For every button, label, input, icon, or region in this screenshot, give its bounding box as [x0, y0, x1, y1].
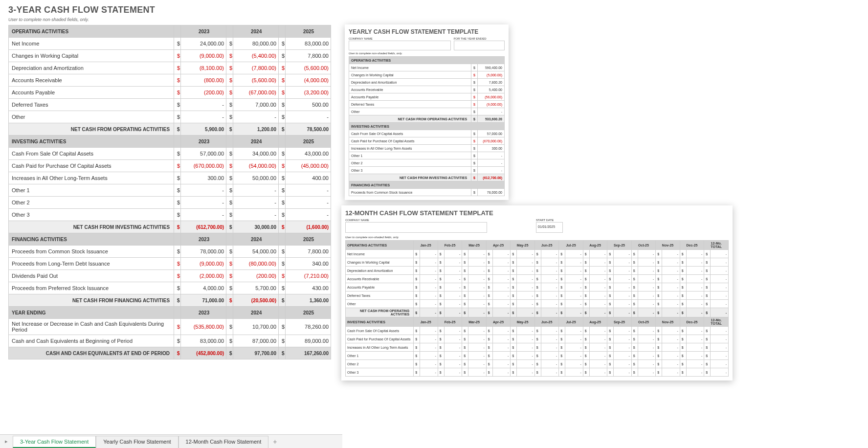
monthly-startdate-label: START DATE [536, 219, 563, 222]
table-row: Other$- [349, 108, 505, 115]
table-row: Other$-$-$-$-$-$-$-$-$-$-$-$-$- [346, 300, 729, 308]
monthly-company-label: COMPANY NAME [345, 219, 487, 222]
table-row: Changes in Working Capital$(5,000.00) [349, 71, 505, 79]
table-row: YEAR ENDING202320242025 [9, 307, 331, 319]
table-row: CASH AND CASH EQUIVALENTS AT END OF PERI… [9, 347, 331, 359]
table-row: Other 2$-$-$- [9, 197, 331, 209]
table-row: Accounts Payable$(56,000.00) [349, 93, 505, 101]
table-row: NET CASH FROM OPERATING ACTIVITIES$-$-$-… [346, 308, 729, 317]
table-row: NET CASH FROM OPERATING ACTIVITIES$533,6… [349, 115, 505, 123]
table-row: Accounts Receivable$5,400.00 [349, 86, 505, 93]
table-row: Cash From Sale Of Capital Assets$57,000.… [9, 148, 331, 160]
year-ended-input[interactable] [454, 41, 505, 50]
table-row: INVESTING ACTIVITIESJan-25Feb-25Mar-25Ap… [346, 317, 729, 327]
table-row: Other 1$- [349, 152, 505, 159]
monthly-startdate-input[interactable]: 01/01/2025 [536, 222, 563, 233]
table-row: Other 3$- [349, 167, 505, 174]
table-row: Increases in All Other Long-Term Assets$… [9, 172, 331, 184]
monthly-table: OPERATING ACTIVITIESJan-25Feb-25Mar-25Ap… [345, 240, 729, 377]
table-row: FINANCING ACTIVITIES202320242025 [9, 233, 331, 246]
table-row: Deferred Taxes$-$7,000.00$500.00 [9, 99, 331, 111]
monthly-instruction: User to complete non-shaded fields, only… [345, 236, 729, 239]
table-row: Depreciation and Amortization$(8,100.00)… [9, 62, 331, 74]
company-input[interactable] [349, 41, 451, 50]
cashflow-3year-table: OPERATING ACTIVITIES202320242025Net Inco… [8, 25, 331, 359]
table-row: Cash and Cash Equivalents at Beginning o… [9, 335, 331, 347]
table-row: Cash From Sale Of Capital Assets$-$-$-$-… [346, 327, 729, 335]
table-row: Increases in All Other Long-Term Assets$… [349, 145, 505, 152]
table-row: Deferred Taxes$-$-$-$-$-$-$-$-$-$-$-$-$- [346, 291, 729, 300]
table-row: Net Income$-$-$-$-$-$-$-$-$-$-$-$-$- [346, 250, 729, 258]
yearly-preview-card: YEARLY CASH FLOW STATEMENT TEMPLATE COMP… [345, 24, 509, 200]
tab-yearly-cash-flow-statement[interactable]: Yearly Cash Flow Statement [96, 436, 178, 448]
table-row: INVESTING ACTIVITIES202320242025 [9, 135, 331, 148]
year-ended-label: FOR THE YEAR ENDED [454, 37, 505, 40]
table-row: Cash Paid for Purchase Of Capital Assets… [9, 160, 331, 172]
table-row: NET CASH FROM INVESTING ACTIVITIES$(612,… [9, 221, 331, 233]
main-3year-panel: 3-YEAR CASH FLOW STATEMENT User to compl… [8, 5, 331, 359]
table-row: Depreciation and Amortization$-$-$-$-$-$… [346, 267, 729, 275]
company-label: COMPANY NAME [349, 37, 451, 40]
table-row: NET CASH FROM FINANCING ACTIVITIES$71,00… [9, 294, 331, 307]
monthly-company-input[interactable] [345, 222, 487, 233]
table-row: Other$-$-$- [9, 111, 331, 123]
table-row: Other 2$-$-$-$-$-$-$-$-$-$-$-$-$- [346, 360, 729, 368]
table-row: Accounts Receivable$-$-$-$-$-$-$-$-$-$-$… [346, 275, 729, 283]
tab-12-month-cash-flow-statement[interactable]: 12-Month Cash Flow Statement [178, 436, 269, 448]
table-row: Depreciation and Amortization$7,800.20 [349, 79, 505, 86]
table-row: NET CASH FROM INVESTING ACTIVITIES$(612,… [349, 174, 505, 181]
table-row: Deferred Taxes$(9,000.00) [349, 101, 505, 108]
monthly-title: 12-MONTH CASH FLOW STATEMENT TEMPLATE [345, 209, 729, 217]
yearly-table: OPERATING ACTIVITIESNet Income$590,400.0… [349, 56, 505, 196]
monthly-preview-card: 12-MONTH CASH FLOW STATEMENT TEMPLATE CO… [341, 205, 733, 381]
table-row: Net Income$24,000.00$80,000.00$83,000.00 [9, 38, 331, 50]
table-row: Cash From Sale Of Capital Assets$57,000.… [349, 130, 505, 137]
table-row: Net Increase or Decrease in Cash and Cas… [9, 319, 331, 335]
table-row: OPERATING ACTIVITIES [349, 57, 505, 64]
table-row: Dividends Paid Out$(2,000.00)$(200.00)$(… [9, 270, 331, 282]
table-row: NET CASH FROM OPERATING ACTIVITIES$5,900… [9, 123, 331, 135]
page-title: 3-YEAR CASH FLOW STATEMENT [8, 5, 331, 15]
table-row: Proceeds from Common Stock Issuance$78,0… [9, 246, 331, 258]
table-row: Cash Paid for Purchase Of Capital Assets… [346, 335, 729, 343]
table-row: Net Income$590,400.00 [349, 64, 505, 71]
yearly-instruction: User to complete non-shaded fields, only… [349, 52, 505, 55]
table-row: Proceeds from Long-Term Debt Issuance$(9… [9, 258, 331, 270]
table-row: Other 3$-$-$-$-$-$-$-$-$-$-$-$-$- [346, 368, 729, 377]
table-row: Cash Paid for Purchase Of Capital Assets… [349, 137, 505, 145]
table-row: OPERATING ACTIVITIES202320242025 [9, 25, 331, 38]
table-row: Accounts Payable$(200.00)$(67,000.00)$(3… [9, 87, 331, 99]
table-row: Changes in Working Capital$(9,000.00)$(5… [9, 50, 331, 62]
table-row: OPERATING ACTIVITIESJan-25Feb-25Mar-25Ap… [346, 241, 729, 250]
table-row: Other 2$- [349, 159, 505, 167]
table-row: Other 1$-$-$-$-$-$-$-$-$-$-$-$-$- [346, 352, 729, 360]
tab-3-year-cash-flow-statement[interactable]: 3-Year Cash Flow Statement [13, 436, 96, 448]
tab-nav-prev-icon[interactable]: ▸ [0, 438, 13, 445]
table-row: Accounts Payable$-$-$-$-$-$-$-$-$-$-$-$-… [346, 283, 729, 291]
sheet-tabs: ▸ 3-Year Cash Flow StatementYearly Cash … [0, 434, 342, 448]
table-row: Other 3$-$-$- [9, 209, 331, 221]
instruction-text: User to complete non-shaded fields, only… [8, 17, 331, 22]
table-row: Accounts Receivable$(800.00)$(5,600.00)$… [9, 74, 331, 87]
table-row: Proceeds from Common Stock Issuance$78,0… [349, 189, 505, 196]
add-sheet-button[interactable]: + [268, 438, 281, 446]
yearly-title: YEARLY CASH FLOW STATEMENT TEMPLATE [349, 28, 505, 35]
table-row: Proceeds from Preferred Stock Issuance$4… [9, 282, 331, 294]
table-row: INVESTING ACTIVITIES [349, 123, 505, 130]
table-row: FINANCING ACTIVITIES [349, 181, 505, 189]
table-row: Increases in All Other Long-Term Assets$… [346, 343, 729, 352]
table-row: Other 1$-$-$- [9, 184, 331, 197]
table-row: Changes in Working Capital$-$-$-$-$-$-$-… [346, 258, 729, 267]
